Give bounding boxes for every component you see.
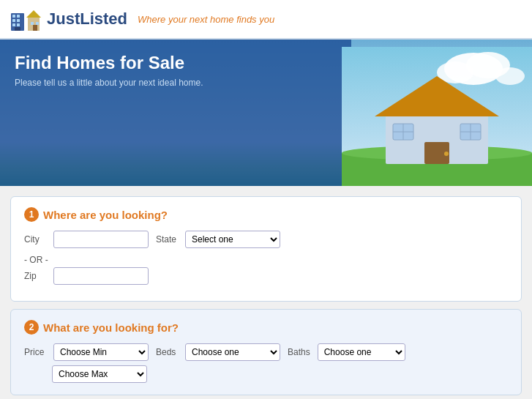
svg-rect-7 [15, 27, 20, 31]
section-what: 2 What are you looking for? Price Choose… [10, 309, 522, 395]
tagline: Where your next home finds you [138, 14, 274, 25]
svg-rect-3 [12, 19, 15, 22]
svg-marker-9 [26, 10, 41, 18]
svg-point-24 [444, 152, 449, 156]
logo-text: JustListed [47, 10, 127, 29]
section-number-2: 2 [24, 320, 39, 335]
logo-icon [10, 6, 42, 32]
section-what-title: 2 What are you looking for? [24, 320, 508, 335]
price-beds-baths-row: Price Choose Min $50,000$75,000$100,000 … [24, 343, 508, 361]
section-what-label: What are you looking for? [43, 321, 179, 334]
page-header: JustListed Where your next home finds yo… [0, 0, 532, 40]
price-max-row: Choose Max $75,000$100,000$150,000 $200,… [24, 365, 508, 383]
beds-select[interactable]: Choose one 1+2+3+4+5+ [185, 343, 280, 361]
svg-rect-11 [31, 22, 34, 25]
hero-section: Find Homes for Sale Please tell us a lit… [0, 40, 532, 186]
hero-content: Find Homes for Sale Please tell us a lit… [0, 40, 351, 186]
logo-area: JustListed [10, 6, 127, 32]
section-where-title: 1 Where are you looking? [24, 207, 508, 222]
section-where: 1 Where are you looking? City State Sele… [10, 196, 522, 302]
beds-label: Beds [156, 347, 178, 357]
zip-row: Zip [24, 267, 508, 285]
section-number-1: 1 [24, 207, 39, 222]
price-min-select[interactable]: Choose Min $50,000$75,000$100,000 $150,0… [53, 343, 149, 361]
city-input[interactable] [53, 231, 149, 248]
state-label: State [156, 234, 178, 245]
baths-select[interactable]: Choose one 1+2+3+4+ [318, 343, 405, 361]
city-label: City [24, 234, 46, 245]
or-divider: - OR - [24, 253, 508, 267]
price-max-select[interactable]: Choose Max $75,000$100,000$150,000 $200,… [52, 365, 147, 383]
svg-rect-2 [17, 15, 20, 18]
svg-rect-1 [12, 15, 15, 18]
hero-subtitle: Please tell us a little about your next … [15, 78, 337, 88]
svg-rect-5 [12, 23, 15, 26]
house-illustration [342, 47, 532, 186]
price-label: Price [24, 347, 46, 357]
svg-point-18 [495, 67, 525, 85]
city-row: City State Select one AlabamaAlaskaArizo… [24, 231, 508, 248]
svg-rect-4 [17, 19, 20, 22]
svg-rect-6 [17, 23, 20, 26]
zip-label: Zip [24, 271, 46, 281]
baths-label: Baths [288, 347, 310, 357]
section-where-label: Where are you looking? [43, 209, 168, 221]
svg-rect-13 [33, 25, 37, 31]
svg-rect-12 [36, 22, 39, 25]
hero-title: Find Homes for Sale [15, 53, 337, 73]
state-select[interactable]: Select one AlabamaAlaskaArizona Arkansas… [185, 231, 280, 248]
zip-input[interactable] [53, 267, 149, 285]
